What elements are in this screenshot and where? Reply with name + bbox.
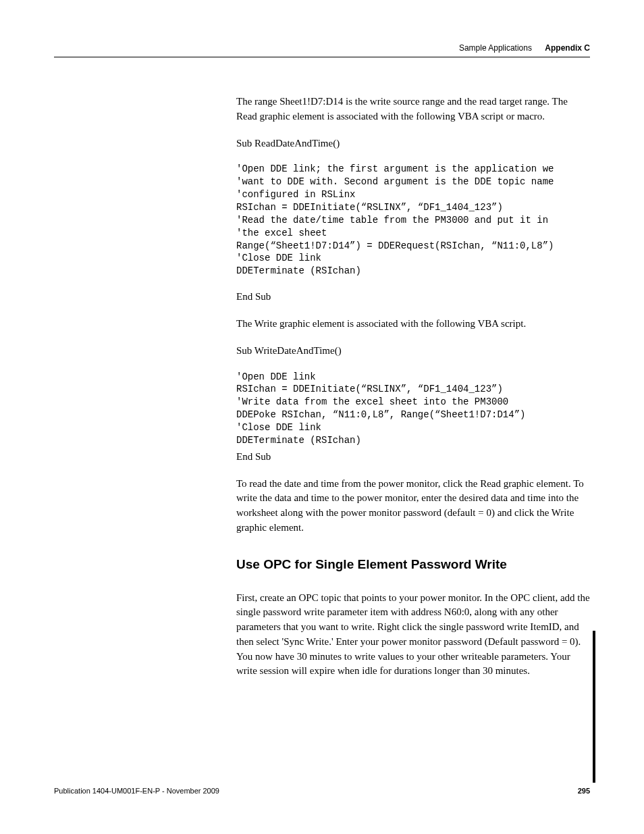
sub-write-end: End Sub (236, 450, 590, 465)
section-heading-opc: Use OPC for Single Element Password Writ… (236, 557, 590, 572)
footer-page-number: 295 (578, 787, 590, 795)
header-appendix: Appendix C (545, 43, 590, 53)
footer-publication: Publication 1404-UM001F-EN-P - November … (54, 787, 219, 795)
page-footer: Publication 1404-UM001F-EN-P - November … (54, 787, 590, 795)
code-block-write: 'Open DDE link RSIchan = DDEInitiate(“RS… (236, 371, 590, 447)
code-block-read: 'Open DDE link; the first argument is th… (236, 163, 590, 278)
sub-read-start: Sub ReadDateAndTime() (236, 136, 590, 151)
header-section: Sample Applications (459, 43, 532, 53)
write-intro-paragraph: The Write graphic element is associated … (236, 317, 590, 332)
intro-paragraph: The range Sheet1!D7:D14 is the write sou… (236, 95, 590, 124)
page-header: Sample Applications Appendix C (54, 43, 590, 57)
instructions-paragraph: To read the date and time from the power… (236, 477, 590, 536)
page: Sample Applications Appendix C The range… (0, 0, 644, 834)
sub-read-end: End Sub (236, 290, 590, 305)
opc-paragraph: First, create an OPC topic that points t… (236, 591, 590, 679)
sub-write-start: Sub WriteDateAndTime() (236, 344, 590, 359)
content-column: The range Sheet1!D7:D14 is the write sou… (236, 95, 590, 691)
section-change-bar (593, 631, 595, 783)
